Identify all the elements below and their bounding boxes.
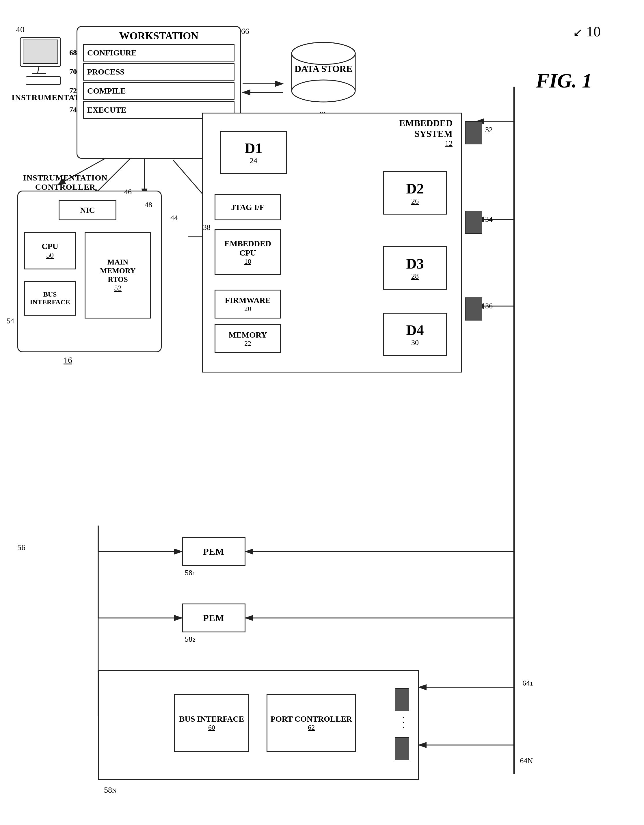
- figure-title: FIG. 1: [536, 69, 592, 93]
- connector-34: [465, 211, 482, 234]
- d1-box: D1 24: [220, 131, 287, 174]
- ws-compile: 72 Compile: [83, 82, 235, 100]
- connector-64-n: [395, 737, 409, 760]
- ref-38: 38: [203, 223, 210, 232]
- ref-pem1: 58₁: [185, 568, 195, 577]
- svg-rect-31: [23, 40, 58, 63]
- ref-40: 40: [16, 25, 25, 34]
- connector-36: [465, 297, 482, 321]
- main-memory-box: MainMemory RTOS 52: [85, 232, 151, 318]
- ref-70: 70: [69, 68, 77, 76]
- ws-configure: 68 Configure: [83, 44, 235, 62]
- port-controller-box: Port Controller 62: [267, 694, 356, 752]
- ref-48: 48: [145, 201, 152, 209]
- ref-66: 66: [241, 26, 249, 36]
- ref-64-1: 64₁: [522, 678, 533, 688]
- svg-point-40: [292, 42, 355, 64]
- bus-interface-pemn-box: Bus Interface 60: [174, 694, 249, 752]
- ref-68: 68: [69, 48, 77, 57]
- d4-box: D4 30: [383, 313, 447, 356]
- memory-box: Memory 22: [215, 324, 281, 353]
- svg-rect-34: [26, 77, 61, 85]
- ref-34: 34: [485, 215, 493, 224]
- embedded-cpu-box: EmbeddedCPU 18: [215, 229, 281, 275]
- instrumentation-controller-box: NIC 48 CPU 50 MainMemory RTOS 52 Bus Int…: [17, 191, 162, 352]
- ref-pem2: 58₂: [185, 635, 195, 644]
- ref-16: 16: [63, 355, 72, 365]
- embedded-system-box: EmbeddedSystem 12 D1 24 JTAG I/F 38 Embe…: [202, 113, 462, 372]
- ref-56: 56: [17, 543, 25, 552]
- connector-64-1: [395, 688, 409, 711]
- pem2-box: PEM: [182, 604, 246, 632]
- ref-pemn: 58N: [104, 785, 117, 795]
- computer-icon: [17, 35, 69, 87]
- workstation-label: WorkStation: [119, 30, 199, 42]
- d3-box: D3 28: [383, 246, 447, 290]
- pem1-box: PEM: [182, 537, 246, 566]
- ref-44: 44: [170, 214, 178, 222]
- bus-interface-ic-box: Bus Interface: [24, 281, 76, 316]
- ic-label: InstrumentationController: [23, 173, 107, 192]
- workstation-items: 68 Configure 70 Process 72 Compile 74 Ex…: [83, 44, 235, 119]
- d2-box: D2 26: [383, 171, 447, 215]
- svg-line-32: [37, 66, 39, 74]
- ref-74: 74: [69, 106, 77, 114]
- ws-process: 70 Process: [83, 63, 235, 80]
- ref-72: 72: [69, 87, 77, 95]
- ref-32: 32: [485, 126, 493, 134]
- ref-10: ↙ 10: [573, 23, 601, 40]
- connector-32: [465, 121, 482, 144]
- ref-46: 46: [124, 188, 132, 196]
- pem-n-box: Bus Interface 60 Port Controller 62 ···: [98, 670, 419, 780]
- ref-36: 36: [485, 302, 493, 311]
- datastore: Data Store: [289, 37, 358, 108]
- ref-54: 54: [7, 317, 14, 326]
- nic-box: NIC: [59, 200, 116, 220]
- firmware-box: Firmware 20: [215, 290, 281, 318]
- cpu-box: CPU 50: [24, 232, 76, 269]
- jtag-box: JTAG I/F: [215, 194, 281, 220]
- svg-point-39: [292, 80, 355, 102]
- ref-64-n: 64N: [520, 757, 533, 765]
